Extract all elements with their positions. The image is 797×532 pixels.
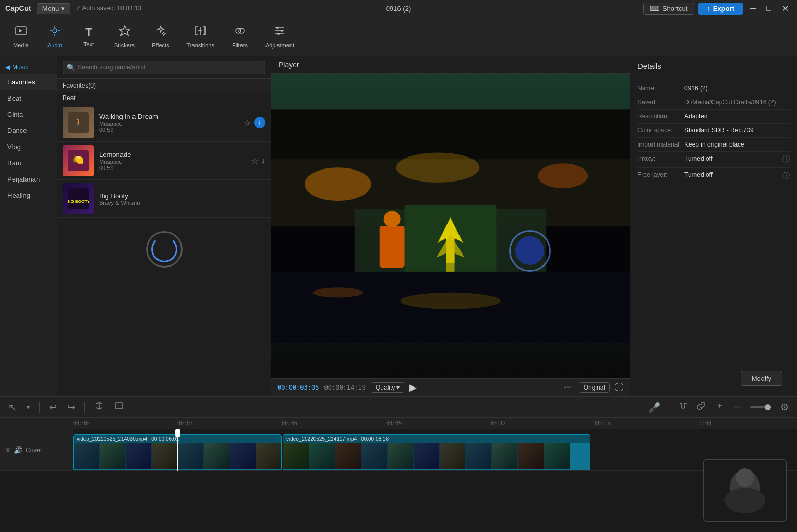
toolbar-item-adjustment[interactable]: Adjustment bbox=[258, 21, 301, 52]
svg-point-27 bbox=[401, 293, 501, 309]
play-button[interactable]: ▶ bbox=[409, 382, 417, 393]
track-label-cover: 👁 🔊 Cover bbox=[0, 429, 73, 470]
toolbar-item-audio[interactable]: Audio bbox=[39, 21, 70, 52]
quality-button[interactable]: Quality ▾ bbox=[371, 382, 404, 393]
clip-2-filename: video_20220525_214117.mp4 bbox=[286, 436, 357, 442]
toolbar-item-media[interactable]: Media bbox=[5, 21, 37, 52]
toolbar-separator-2 bbox=[84, 402, 85, 413]
detail-value-resolution: Adapted bbox=[684, 113, 790, 120]
export-button[interactable]: ↑ Export bbox=[698, 3, 743, 15]
menu-button[interactable]: Menu ▾ bbox=[37, 3, 70, 14]
timeline-area: ↖ ▾ ↩ ↪ 🎤 ─ ⚙ bbox=[0, 396, 797, 532]
select-tool-button[interactable]: ↖ bbox=[5, 400, 19, 415]
main-toolbar: Media Audio T Text Stickers Effects Tran… bbox=[0, 17, 797, 56]
crop-button[interactable] bbox=[111, 400, 127, 415]
waveform-button[interactable]: 〰 bbox=[562, 383, 574, 393]
music-title-lemonade: Lemonade bbox=[99, 151, 246, 159]
sidebar-item-perjalanan[interactable]: Perjalanan bbox=[0, 171, 57, 187]
modify-button[interactable]: Modify bbox=[741, 371, 782, 386]
total-time: 00:00:14:19 bbox=[324, 384, 365, 391]
search-input[interactable] bbox=[63, 61, 265, 74]
export-icon: ↑ bbox=[707, 5, 710, 13]
sidebar-item-baru[interactable]: Baru bbox=[0, 155, 57, 171]
detail-row-name: Name: 0916 (2) bbox=[637, 81, 790, 95]
detail-label-proxy: Proxy: bbox=[637, 155, 684, 164]
details-content: Name: 0916 (2) Saved: D:/Media/CapCut Dr… bbox=[630, 76, 797, 360]
video-clip-2[interactable]: video_20220525_214117.mp4 00:00:08:18 bbox=[283, 434, 590, 470]
redo-button[interactable]: ↪ bbox=[64, 400, 78, 415]
detail-row-colorspace: Color space: Standard SDR - Rec.709 bbox=[637, 124, 790, 138]
app-logo: CapCut bbox=[5, 4, 31, 13]
toolbar-item-transitions[interactable]: Transitions bbox=[179, 21, 222, 52]
ruler-mark-4: 00:12 bbox=[490, 420, 506, 426]
track-icons: 👁 🔊 bbox=[4, 446, 22, 454]
svg-text:🚶: 🚶 bbox=[74, 118, 83, 127]
project-title: 0916 (2) bbox=[386, 5, 411, 13]
zoom-out-button[interactable]: ─ bbox=[731, 400, 744, 414]
sidebar-item-healing[interactable]: Healing bbox=[0, 187, 57, 203]
magnet-button[interactable] bbox=[674, 400, 690, 415]
webcam-video bbox=[704, 460, 786, 521]
timeline-main: 00:00 00:03 00:06 00:09 00:12 00:15 1:00… bbox=[0, 418, 797, 532]
detail-label-import: Import material: bbox=[637, 141, 684, 148]
detail-value-saved: D:/Media/CapCut Drafts/0916 (2) bbox=[684, 99, 790, 106]
favorite-button-walking[interactable]: ☆ bbox=[244, 118, 251, 128]
check-icon: ✓ bbox=[76, 5, 81, 12]
close-button[interactable]: ✕ bbox=[779, 3, 792, 15]
undo-button[interactable]: ↩ bbox=[46, 400, 60, 415]
add-button-walking[interactable]: + bbox=[254, 117, 265, 128]
track-content-video[interactable]: video_20220525_214020.mp4 00:00:06:01 bbox=[73, 429, 797, 470]
music-thumb-bigbooty: BIG BOOTY bbox=[63, 183, 94, 214]
original-button[interactable]: Original bbox=[579, 382, 610, 393]
select-dropdown-button[interactable]: ▾ bbox=[23, 402, 33, 413]
zoom-slider[interactable] bbox=[747, 405, 774, 410]
filters-icon bbox=[234, 25, 246, 40]
toolbar-item-text[interactable]: T Text bbox=[73, 22, 104, 51]
track-eye-icon[interactable]: 👁 bbox=[4, 446, 11, 454]
sidebar-item-dance[interactable]: Dance bbox=[0, 123, 57, 139]
mic-button[interactable]: 🎤 bbox=[646, 400, 663, 415]
track-audio-icon[interactable]: 🔊 bbox=[14, 446, 22, 454]
toolbar-item-filters[interactable]: Filters bbox=[224, 21, 256, 52]
timeline-right-tools: 🎤 ─ ⚙ bbox=[646, 400, 792, 415]
music-artist-bigbooty: Bravy & Whisnu bbox=[99, 200, 265, 206]
settings-button[interactable]: ⚙ bbox=[777, 400, 792, 415]
svg-point-19 bbox=[396, 152, 480, 183]
svg-point-5 bbox=[276, 27, 279, 29]
detach-button[interactable] bbox=[712, 400, 728, 415]
playhead-handle[interactable] bbox=[175, 429, 180, 437]
music-duration-walking: 00:59 bbox=[99, 127, 238, 133]
svg-point-28 bbox=[313, 287, 363, 297]
ruler-mark-0: 00:00 bbox=[73, 420, 89, 426]
player-panel: Player bbox=[271, 56, 630, 396]
track-label-text: Cover bbox=[26, 446, 42, 454]
link-button[interactable] bbox=[693, 400, 709, 415]
timeline-playhead[interactable] bbox=[177, 429, 178, 471]
music-item-walking[interactable]: 🚶 Walking in a Dream Muspace 00:59 ☆ + bbox=[57, 104, 271, 142]
toolbar-item-effects[interactable]: Effects bbox=[144, 21, 176, 52]
favorite-button-lemonade[interactable]: ☆ bbox=[251, 156, 258, 166]
music-artist-lemonade: Muspace bbox=[99, 159, 246, 165]
detail-label-name: Name: bbox=[637, 84, 684, 92]
music-item-bigbooty[interactable]: BIG BOOTY Big Booty Bravy & Whisnu bbox=[57, 180, 271, 218]
sidebar-item-beat[interactable]: Beat bbox=[0, 90, 57, 106]
sidebar-item-favorites[interactable]: Favorites bbox=[0, 74, 57, 90]
music-arrow-icon: ◀ bbox=[5, 64, 10, 71]
svg-rect-24 bbox=[380, 226, 405, 268]
minimize-button[interactable]: ─ bbox=[747, 3, 759, 14]
music-thumb-lemonade: 🍋 bbox=[63, 145, 94, 176]
detail-row-saved: Saved: D:/Media/CapCut Drafts/0916 (2) bbox=[637, 95, 790, 110]
shortcut-button[interactable]: ⌨ Shortcut bbox=[643, 3, 694, 15]
clip-2-duration: 00:00:08:18 bbox=[361, 436, 389, 442]
split-button[interactable] bbox=[91, 400, 107, 415]
fullscreen-button[interactable]: ⛶ bbox=[615, 383, 623, 392]
beat-label: Beat bbox=[57, 92, 271, 104]
timeline-toolbar: ↖ ▾ ↩ ↪ 🎤 ─ ⚙ bbox=[0, 397, 797, 418]
sidebar-item-cinta[interactable]: Cinta bbox=[0, 106, 57, 123]
maximize-button[interactable]: □ bbox=[763, 3, 775, 14]
toolbar-item-stickers[interactable]: Stickers bbox=[107, 21, 142, 52]
music-sidebar: ◀ Music Favorites Beat Cinta Dance Vlog … bbox=[0, 56, 57, 396]
download-button-lemonade[interactable]: ↓ bbox=[261, 156, 265, 165]
sidebar-item-vlog[interactable]: Vlog bbox=[0, 139, 57, 155]
music-item-lemonade[interactable]: 🍋 Lemonade Muspace 00:59 ☆ ↓ bbox=[57, 142, 271, 180]
